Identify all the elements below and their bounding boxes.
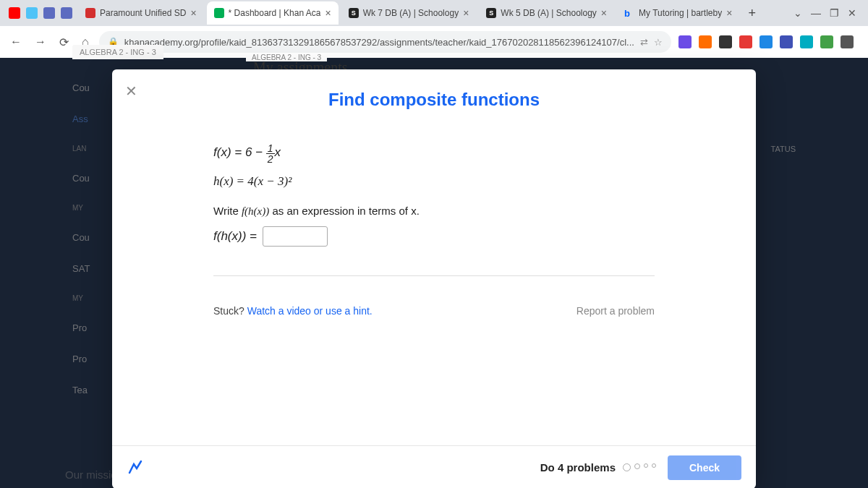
ext-icon[interactable]: [800, 35, 813, 48]
minimize-icon[interactable]: —: [811, 7, 821, 19]
pinned-tabs: [6, 7, 75, 19]
course-chip: ALGEBRA 2 - ING - 3: [72, 45, 163, 59]
stuck-label: Stuck?: [213, 305, 247, 317]
do-label-text: Do 4 problems: [540, 461, 616, 474]
tab-bartleby[interactable]: b My Tutoring | bartleby ×: [617, 1, 739, 25]
streak-icon: [127, 458, 144, 476]
tab-strip: Paramount Unified SD × * Dashboard | Kha…: [0, 0, 868, 26]
f-definition: f(x) = 6 − 12x: [213, 143, 655, 164]
tab-title: Wk 5 DB (A) | Schoology: [501, 8, 597, 18]
divider: [213, 275, 655, 276]
ext-icon[interactable]: [760, 35, 773, 48]
pinned-tab-icon[interactable]: [26, 7, 38, 19]
close-icon[interactable]: ×: [190, 7, 196, 19]
progress-dots: [623, 463, 656, 471]
dot-icon: [634, 463, 640, 469]
tab-title: * Dashboard | Khan Aca: [229, 8, 321, 18]
exercise-modal: ✕ Find composite functions f(x) = 6 − 12…: [112, 69, 756, 488]
url-bar[interactable]: 🔒 khanacademy.org/profile/kaid_813637313…: [99, 31, 671, 53]
new-tab-button[interactable]: +: [742, 6, 762, 21]
modal-overlay: ALGEBRA 2 - ING - 3 ALGEBRA 2 - ING - 3 …: [0, 58, 868, 488]
hint-link[interactable]: Watch a video or use a hint.: [247, 305, 373, 317]
close-icon[interactable]: ✕: [125, 82, 137, 100]
f-right: x: [275, 145, 281, 159]
ext-icon[interactable]: [678, 35, 692, 48]
chevron-down-icon[interactable]: ⌄: [793, 7, 802, 19]
pinned-tab-icon[interactable]: [61, 7, 72, 19]
close-icon[interactable]: ×: [325, 7, 331, 19]
url-text: khanacademy.org/profile/kaid_81363731329…: [124, 37, 634, 48]
back-button[interactable]: ←: [7, 33, 25, 51]
close-icon[interactable]: ×: [601, 7, 607, 19]
tab-schoology-wk7[interactable]: S Wk 7 DB (A) | Schoology ×: [341, 1, 477, 25]
do-problems-label: Do 4 problems: [540, 461, 656, 474]
youtube-icon[interactable]: [9, 7, 20, 19]
ext-icon[interactable]: [841, 35, 854, 48]
check-button[interactable]: Check: [668, 455, 741, 480]
answer-row: f(h(x)) =: [213, 226, 655, 247]
ext-icon[interactable]: [739, 35, 752, 48]
window-controls: ⌄ — ❐ ✕: [788, 7, 862, 19]
tab-paramount[interactable]: Paramount Unified SD ×: [78, 1, 204, 25]
favicon-schoology-icon: S: [349, 8, 359, 18]
tab-title: My Tutoring | bartleby: [639, 8, 722, 18]
dot-icon: [623, 463, 631, 471]
extensions: ⋮: [678, 33, 868, 52]
ext-icon[interactable]: [699, 35, 712, 48]
reload-button[interactable]: ⟳: [56, 33, 72, 52]
h-definition: h(x) = 4(x − 3)²: [213, 174, 655, 189]
tab-schoology-wk5[interactable]: S Wk 5 DB (A) | Schoology ×: [479, 1, 614, 25]
translate-icon[interactable]: ⇄: [640, 37, 648, 48]
favicon-bartleby-icon: b: [624, 8, 634, 18]
favicon-khan-icon: [214, 8, 224, 18]
answer-label: f(h(x)) =: [213, 229, 257, 244]
ext-icon[interactable]: [719, 35, 732, 48]
modal-footer: Do 4 problems Check: [112, 445, 756, 488]
exercise-title: Find composite functions: [112, 69, 756, 119]
hint-row: Stuck? Watch a video or use a hint. Repo…: [112, 291, 756, 317]
close-window-icon[interactable]: ✕: [848, 7, 856, 19]
ext-icon[interactable]: [780, 35, 793, 48]
stuck-text: Stuck? Watch a video or use a hint.: [213, 305, 373, 317]
denominator: 2: [266, 154, 275, 164]
dot-icon: [652, 463, 656, 468]
tab-khan[interactable]: * Dashboard | Khan Aca ×: [207, 1, 339, 25]
close-icon[interactable]: ×: [726, 7, 732, 19]
pinned-tab-icon[interactable]: [43, 7, 55, 19]
star-icon[interactable]: ☆: [654, 37, 663, 48]
prompt-func: f(h(x)): [242, 205, 269, 217]
favicon-paramount-icon: [85, 8, 95, 18]
exercise-body: f(x) = 6 − 12x h(x) = 4(x − 3)² Write f(…: [112, 119, 756, 291]
fraction: 12: [266, 143, 275, 164]
more-icon[interactable]: ⋮: [861, 33, 868, 52]
f-left: f(x) = 6 −: [213, 145, 266, 159]
restore-icon[interactable]: ❐: [830, 7, 839, 19]
tab-title: Paramount Unified SD: [100, 8, 186, 18]
favicon-schoology-icon: S: [486, 8, 496, 18]
answer-input[interactable]: [263, 226, 328, 247]
dot-icon: [644, 463, 648, 468]
numerator: 1: [266, 143, 275, 154]
ext-icon[interactable]: [820, 35, 833, 48]
forward-button[interactable]: →: [32, 33, 49, 51]
tab-title: Wk 7 DB (A) | Schoology: [363, 8, 459, 18]
prompt-prefix: Write: [213, 205, 242, 217]
prompt: Write f(h(x)) as an expression in terms …: [213, 205, 655, 218]
close-icon[interactable]: ×: [463, 7, 469, 19]
prompt-suffix: as an expression in terms of x.: [269, 205, 420, 217]
report-problem[interactable]: Report a problem: [576, 305, 655, 317]
